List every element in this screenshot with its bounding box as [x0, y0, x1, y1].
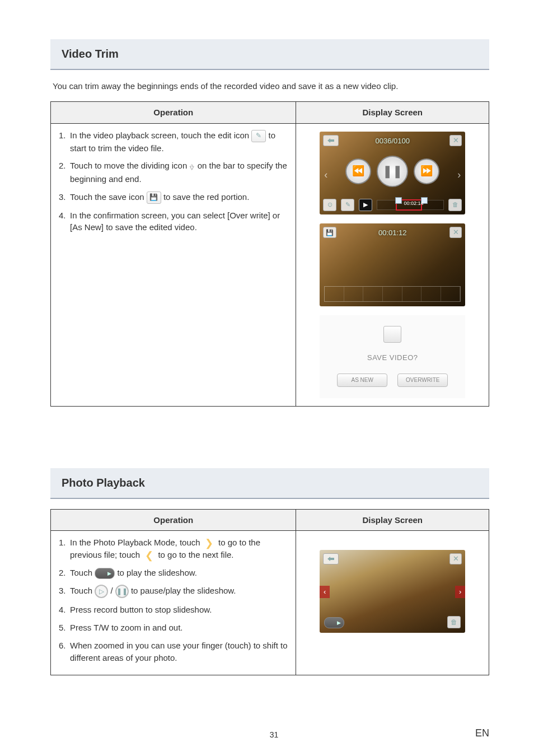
step-3: 3.Touch the save icon 💾 to save the red … — [59, 191, 288, 204]
play-circle-icon: ▷ — [95, 585, 108, 598]
trim-track[interactable]: 00:02:14 — [377, 200, 444, 210]
step-num: 5. — [59, 622, 70, 634]
video-trim-intro: You can trim away the beginnings ends of… — [50, 80, 489, 92]
section-photo-playback-title: Photo Playback — [50, 468, 489, 499]
step-num: 4. — [59, 604, 70, 616]
step-1: 1.In the video playback screen, touch th… — [59, 129, 288, 155]
edit-icon[interactable]: ✎ — [341, 199, 354, 211]
step-text: Press record button to stop slideshow. — [70, 605, 212, 614]
step-num: 1. — [59, 536, 70, 549]
pause-circle-icon: ❚❚ — [115, 585, 129, 598]
step-text: to go to the next file. — [158, 550, 233, 559]
trash-icon[interactable]: 🗑 — [447, 616, 461, 628]
close-icon[interactable]: ✕ — [449, 227, 462, 238]
photo-playback-table: Operation Display Screen 1.In the Photo … — [50, 509, 489, 676]
slow-icon[interactable]: ⊙ — [323, 199, 336, 211]
step-3: 3.Touch ▷ / ❚❚ to pause/play the slidesh… — [59, 585, 288, 598]
step-num: 4. — [59, 209, 70, 222]
step-text: Touch — [70, 586, 92, 595]
step-text: to save the red portion. — [163, 192, 249, 202]
video-trim-table: Operation Display Screen 1.In the video … — [50, 101, 489, 407]
save-icon[interactable]: 💾 — [323, 227, 336, 238]
step-num: 3. — [59, 191, 70, 203]
video-trim-steps: 1.In the video playback screen, touch th… — [59, 129, 288, 234]
step-text: Touch — [70, 568, 92, 577]
step-text: In the Photo Playback Mode, touch — [70, 538, 200, 547]
close-icon[interactable]: ✕ — [449, 135, 462, 146]
divider-icon: ⎀ — [189, 160, 195, 173]
clip-counter: 0036/0100 — [376, 136, 410, 147]
photo-screen: ✕ ‹ › 🗑 — [320, 550, 465, 633]
step-text: Touch to move the dividing icon — [70, 161, 187, 170]
prev-photo-icon[interactable]: ‹ — [320, 586, 330, 598]
col-operation: Operation — [51, 101, 296, 123]
step-text: When zoomed in you can use your finger (… — [70, 641, 288, 662]
trim-start-handle[interactable] — [395, 197, 402, 204]
save-dialog: SAVE VIDEO? AS NEW OVERWRITE — [320, 315, 465, 398]
step-text: Touch the save icon — [70, 192, 144, 202]
step-num: 3. — [59, 585, 70, 597]
photo-steps: 1.In the Photo Playback Mode, touch ❯ to… — [59, 536, 288, 664]
page-footer: 31 EN — [50, 709, 489, 740]
trim-timecode: 00:01:12 — [378, 228, 407, 239]
edit-icon: ✎ — [251, 130, 266, 142]
save-icon: 💾 — [147, 192, 161, 204]
play-icon[interactable]: ▶ — [359, 199, 372, 211]
page-number: 31 — [73, 729, 475, 740]
forward-icon[interactable]: ⏩ — [414, 158, 439, 184]
slideshow-icon[interactable] — [324, 617, 344, 628]
as-new-button[interactable]: AS NEW — [337, 374, 387, 387]
step-4: 4.In the confirmation screen, you can se… — [59, 209, 288, 234]
page-lang: EN — [475, 726, 489, 740]
pause-icon[interactable]: ❚❚ — [377, 156, 408, 187]
step-num: 2. — [59, 160, 70, 172]
step-text: In the confirmation screen, you can sele… — [70, 211, 280, 232]
overwrite-button[interactable]: OVERWRITE — [397, 374, 448, 387]
playback-screen: 0036/0100 ✕ ‹ › ⏪ ❚❚ ⏩ ⊙ ✎ ▶ — [320, 132, 465, 214]
save-icon — [383, 326, 401, 343]
rewind-icon[interactable]: ⏪ — [345, 158, 371, 184]
chevron-right-icon: ❯ — [203, 538, 216, 549]
next-photo-icon[interactable]: › — [455, 586, 465, 598]
close-icon[interactable]: ✕ — [449, 553, 462, 564]
track-timecode: 00:02:14 — [404, 200, 423, 207]
step-num: 2. — [59, 567, 70, 579]
step-text: Press T/W to zoom in and out. — [70, 623, 182, 632]
frame-strip[interactable] — [324, 286, 461, 302]
step-text: to pause/play the slideshow. — [131, 586, 236, 595]
slideshow-icon — [95, 568, 115, 579]
col-display: Display Screen — [296, 101, 489, 123]
back-icon[interactable] — [323, 553, 339, 564]
step-text: / — [110, 586, 113, 595]
step-text: to play the slideshow. — [117, 568, 197, 577]
step-1: 1.In the Photo Playback Mode, touch ❯ to… — [59, 536, 288, 561]
trim-screen: 💾 00:01:12 ✕ — [320, 223, 465, 306]
step-2: 2.Touch to move the dividing icon ⎀ on t… — [59, 160, 288, 185]
section-video-trim-title: Video Trim — [50, 39, 489, 70]
step-4: 4.Press record button to stop slideshow. — [59, 604, 288, 616]
col-operation: Operation — [51, 509, 296, 531]
step-2: 2.Touch to play the slideshow. — [59, 567, 288, 579]
col-display: Display Screen — [296, 509, 489, 531]
step-text: In the video playback screen, touch the … — [70, 130, 249, 140]
step-6: 6.When zoomed in you can use your finger… — [59, 640, 288, 664]
trash-icon[interactable]: 🗑 — [448, 199, 462, 211]
step-num: 1. — [59, 129, 70, 142]
step-num: 6. — [59, 640, 70, 652]
chevron-left-icon: ❮ — [142, 550, 156, 561]
save-question: SAVE VIDEO? — [367, 353, 418, 363]
step-5: 5.Press T/W to zoom in and out. — [59, 622, 288, 634]
back-icon[interactable] — [323, 135, 339, 146]
